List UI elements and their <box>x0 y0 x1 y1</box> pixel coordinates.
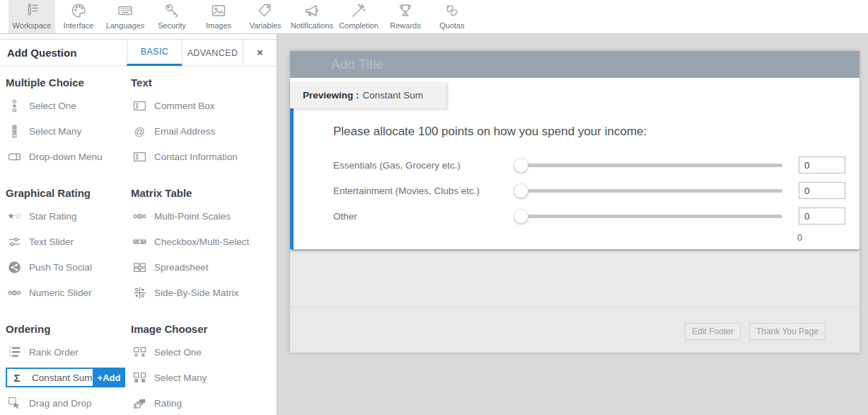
points-input[interactable] <box>799 182 845 199</box>
sidebar-item-drag-and-drop[interactable]: Drag and Drop <box>6 395 131 411</box>
slider-knob[interactable] <box>514 209 528 224</box>
item-label: Email Address <box>154 126 215 137</box>
toolbar-item-rewards[interactable]: Rewards <box>382 0 429 33</box>
sidebar-item-push-to-social[interactable]: Push To Social <box>6 259 131 275</box>
toolbar-item-workspace[interactable]: Workspace <box>8 0 55 33</box>
radio-list-icon <box>6 99 23 113</box>
points-slider[interactable] <box>514 183 782 198</box>
section-title: Ordering <box>6 323 131 336</box>
toolbar-item-completion[interactable]: Completion <box>335 0 382 33</box>
item-label: Select One <box>29 101 76 111</box>
tab-advanced[interactable]: ADVANCED <box>182 40 243 66</box>
toolbar-item-images[interactable]: Images <box>195 0 242 33</box>
sidebar-item-side-by-side-matrix[interactable]: Side-By-Side Matrix <box>131 285 256 300</box>
section-image-chooser: Image Chooser Select One Select Many Rat… <box>131 323 256 415</box>
slider-track <box>526 164 782 167</box>
thank-you-page-button[interactable]: Thank You Page <box>749 323 826 340</box>
sidebar-item-dropdown-menu[interactable]: Drop-down Menu <box>6 149 131 164</box>
item-label: Select One <box>154 347 202 358</box>
image-icon <box>210 2 227 19</box>
checkbox-list-icon <box>6 125 23 138</box>
sidebar-item-select-one[interactable]: Select One <box>6 98 131 113</box>
at-sign-icon: @ <box>131 125 148 137</box>
sidebar-item-constant-sum[interactable]: Σ Constant Sum +Add <box>6 368 125 387</box>
sidebar-item-image-rating[interactable]: Rating <box>131 395 256 411</box>
toolbar-item-quotas[interactable]: Quotas <box>429 0 475 33</box>
slider-knob[interactable] <box>514 183 528 198</box>
sidebar-item-email-address[interactable]: @ Email Address <box>131 123 256 139</box>
question-sheet: Previewing : Constant Sum Please allocat… <box>290 78 860 249</box>
points-total: 0 <box>797 233 845 243</box>
trophy-icon <box>397 2 414 19</box>
toolbar-item-variables[interactable]: Variables <box>242 0 289 33</box>
item-label: Text Slider <box>29 237 74 247</box>
item-label: Multi-Point Scales <box>154 211 231 222</box>
sidebar-item-star-rating[interactable]: ★☆ Star Rating <box>6 208 131 224</box>
item-label: Select Many <box>154 373 207 383</box>
add-title-bar[interactable]: Add Title <box>290 51 860 78</box>
constant-sum-row: Essentials (Gas, Grocery etc.) <box>333 157 845 174</box>
sliders-icon <box>6 235 23 249</box>
footer-buttons: Edit Footer Thank You Page <box>685 323 826 340</box>
toolbar-item-label: Quotas <box>439 21 464 30</box>
tab-basic[interactable]: BASIC <box>127 40 182 66</box>
panel-title: Add Question <box>0 40 127 66</box>
sidebar-item-spreadsheet[interactable]: Spreadsheet <box>131 259 256 275</box>
sidebar-item-contact-information[interactable]: Contact Information <box>131 149 256 164</box>
chain-links-icon <box>444 2 461 19</box>
grid-icon <box>131 261 148 274</box>
add-button[interactable]: +Add <box>93 369 126 386</box>
checkboxes-icon <box>131 235 148 249</box>
toolbar-item-security[interactable]: Security <box>149 0 195 33</box>
key-icon <box>163 2 180 19</box>
megaphone-icon <box>303 2 320 19</box>
sidebar-item-numeric-slider[interactable]: Numeric Slider <box>6 285 131 300</box>
slider-track <box>526 189 782 193</box>
toolbar-item-languages[interactable]: Languages <box>102 0 149 33</box>
sidebar-item-comment-box[interactable]: Comment Box <box>131 98 256 113</box>
toolbar-item-label: Completion <box>339 21 378 30</box>
tag-icon <box>257 2 274 19</box>
item-label: Star Rating <box>29 211 77 222</box>
section-title: Image Chooser <box>131 323 256 336</box>
image-radio-icon <box>131 346 148 359</box>
sidebar-item-rank-order[interactable]: 123 Rank Order <box>6 344 131 360</box>
pencil-list-icon <box>23 2 40 19</box>
sidebar-item-multi-point-scales[interactable]: Multi-Point Scales <box>131 208 256 224</box>
section-title: Matrix Table <box>131 187 256 200</box>
section-title: Graphical Rating <box>6 187 131 200</box>
sidebar-item-select-many[interactable]: Select Many <box>6 123 131 139</box>
row-label: Essentials (Gas, Grocery etc.) <box>333 160 514 171</box>
item-label: Constant Sum <box>32 373 93 383</box>
section-ordering: Ordering 123 Rank Order Σ Constant Sum +… <box>6 323 131 415</box>
svg-text:1: 1 <box>8 346 11 349</box>
section-title: Text <box>131 76 256 89</box>
item-label: Numeric Slider <box>29 288 92 298</box>
row-label: Entertainment (Movies, Clubs etc.) <box>333 186 514 196</box>
section-multiple-choice: Multiple Choice Select One Select Many D… <box>6 76 131 174</box>
sidebar-item-text-slider[interactable]: Text Slider <box>6 234 131 249</box>
matrix-icon <box>131 286 148 300</box>
points-slider[interactable] <box>514 158 782 173</box>
add-title-placeholder: Add Title <box>331 57 383 72</box>
points-input[interactable] <box>799 157 845 174</box>
points-input[interactable] <box>799 208 845 224</box>
item-label: Side-By-Side Matrix <box>154 288 238 298</box>
sidebar-item-checkbox-multi-select[interactable]: Checkbox/Multi-Select <box>131 234 256 249</box>
palette-icon <box>70 2 87 19</box>
constant-sum-row: Entertainment (Movies, Clubs etc.) <box>333 182 845 199</box>
item-label: Drag and Drop <box>29 398 92 409</box>
slider-knob[interactable] <box>514 158 528 173</box>
sidebar-item-image-select-one[interactable]: Select One <box>131 344 256 360</box>
edit-footer-button[interactable]: Edit Footer <box>685 323 741 340</box>
close-icon[interactable]: ✕ <box>243 40 277 66</box>
text-box-icon <box>131 150 148 164</box>
toolbar-item-label: Rewards <box>390 21 420 30</box>
question-type-list: Multiple Choice Select One Select Many D… <box>0 67 277 415</box>
toolbar-item-interface[interactable]: Interface <box>55 0 102 33</box>
sidebar-item-image-select-many[interactable]: Select Many <box>131 370 256 385</box>
scale-points-icon <box>6 286 23 300</box>
keyboard-icon <box>117 2 134 19</box>
points-slider[interactable] <box>514 209 782 224</box>
toolbar-item-notifications[interactable]: Notifications <box>289 0 335 33</box>
